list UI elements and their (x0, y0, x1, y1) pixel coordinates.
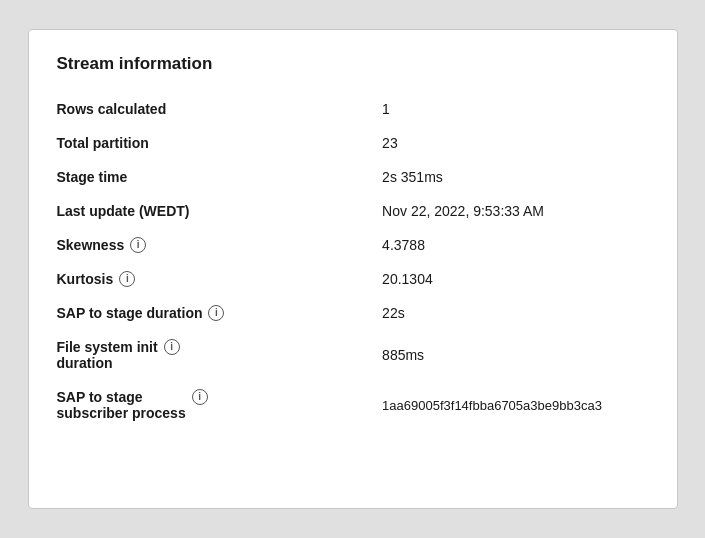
info-icon-file-system-init[interactable]: i (164, 339, 180, 355)
label-text-kurtosis: Kurtosis (57, 271, 114, 287)
table-row-sap-to-stage-duration: SAP to stage durationi22s (57, 296, 649, 330)
value-cell-rows-calculated: 1 (382, 92, 648, 126)
table-row-last-update: Last update (WEDT)Nov 22, 2022, 9:53:33 … (57, 194, 649, 228)
label-cell-kurtosis: Kurtosisi (57, 262, 383, 296)
table-row-sap-to-stage-subscriber: SAP to stagesubscriber processi1aa69005f… (57, 380, 649, 430)
label-text-skewness: Skewness (57, 237, 125, 253)
value-cell-sap-to-stage-subscriber: 1aa69005f3f14fbba6705a3be9bb3ca3 (382, 380, 648, 430)
value-cell-file-system-init: 885ms (382, 330, 648, 380)
label-cell-stage-time: Stage time (57, 160, 383, 194)
label-cell-file-system-init: File system initdurationi (57, 330, 383, 380)
label-line2-file-system-init: duration (57, 355, 158, 371)
table-row-total-partition: Total partition23 (57, 126, 649, 160)
value-cell-stage-time: 2s 351ms (382, 160, 648, 194)
label-text-last-update: Last update (WEDT) (57, 203, 190, 219)
label-line1-sap-to-stage-subscriber: SAP to stage (57, 389, 186, 405)
value-cell-skewness: 4.3788 (382, 228, 648, 262)
info-icon-kurtosis[interactable]: i (119, 271, 135, 287)
label-text-total-partition: Total partition (57, 135, 149, 151)
label-text-stage-time: Stage time (57, 169, 128, 185)
label-cell-sap-to-stage-subscriber: SAP to stagesubscriber processi (57, 380, 383, 430)
label-cell-last-update: Last update (WEDT) (57, 194, 383, 228)
value-cell-last-update: Nov 22, 2022, 9:53:33 AM (382, 194, 648, 228)
table-row-rows-calculated: Rows calculated1 (57, 92, 649, 126)
info-table: Rows calculated1Total partition23Stage t… (57, 92, 649, 430)
label-cell-total-partition: Total partition (57, 126, 383, 160)
label-text-rows-calculated: Rows calculated (57, 101, 167, 117)
value-cell-sap-to-stage-duration: 22s (382, 296, 648, 330)
info-icon-sap-to-stage-subscriber[interactable]: i (192, 389, 208, 405)
info-icon-sap-to-stage-duration[interactable]: i (208, 305, 224, 321)
card-title: Stream information (57, 54, 649, 74)
label-cell-sap-to-stage-duration: SAP to stage durationi (57, 296, 383, 330)
table-row-file-system-init: File system initdurationi885ms (57, 330, 649, 380)
label-line2-sap-to-stage-subscriber: subscriber process (57, 405, 186, 421)
info-icon-skewness[interactable]: i (130, 237, 146, 253)
label-line1-file-system-init: File system init (57, 339, 158, 355)
label-cell-skewness: Skewnessi (57, 228, 383, 262)
table-row-stage-time: Stage time2s 351ms (57, 160, 649, 194)
table-row-kurtosis: Kurtosisi20.1304 (57, 262, 649, 296)
stream-info-card: Stream information Rows calculated1Total… (28, 29, 678, 509)
label-text-sap-to-stage-duration: SAP to stage duration (57, 305, 203, 321)
value-cell-kurtosis: 20.1304 (382, 262, 648, 296)
label-cell-rows-calculated: Rows calculated (57, 92, 383, 126)
table-row-skewness: Skewnessi4.3788 (57, 228, 649, 262)
value-cell-total-partition: 23 (382, 126, 648, 160)
